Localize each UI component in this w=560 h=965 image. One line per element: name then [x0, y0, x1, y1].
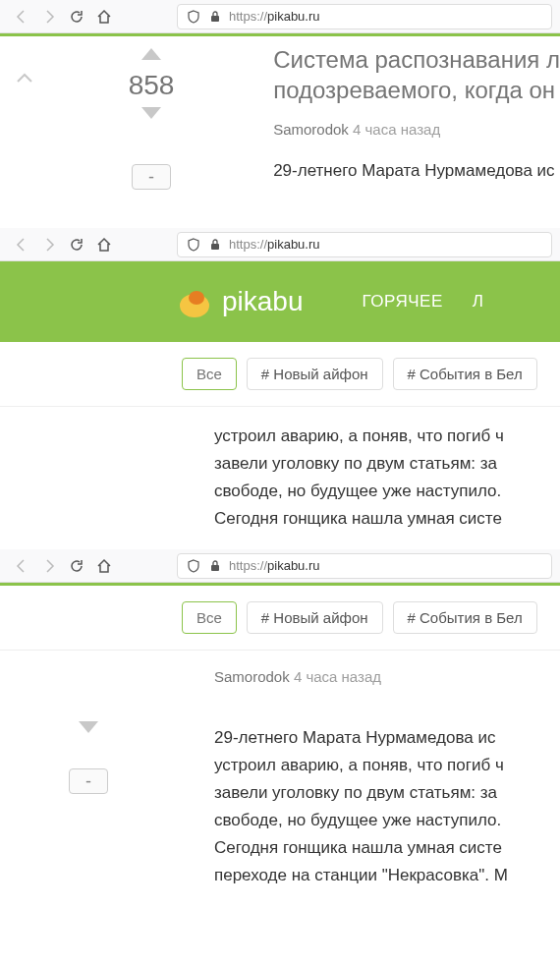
tag-all[interactable]: Все	[182, 601, 237, 634]
tags-bar: Все # Новый айфон # События в Бел	[0, 586, 560, 651]
post-time: 4 часа назад	[294, 668, 381, 685]
home-button[interactable]	[90, 231, 118, 258]
save-button[interactable]: -	[132, 164, 171, 190]
tags-bar: Все # Новый айфон # События в Бел	[0, 342, 560, 407]
logo-text: pikabu	[222, 286, 304, 317]
shield-icon	[186, 558, 201, 574]
post-author[interactable]: Samorodok	[214, 668, 290, 685]
post-author[interactable]: Samorodok	[273, 121, 349, 138]
reload-button[interactable]	[63, 3, 90, 30]
svg-point-3	[189, 291, 204, 305]
post-body: 29-летнего Марата Нурмамедова ис устроил…	[177, 705, 560, 889]
home-button[interactable]	[90, 552, 118, 580]
logo-icon	[177, 284, 212, 319]
downvote-button[interactable]	[140, 105, 163, 125]
upvote-button[interactable]	[140, 46, 163, 66]
reload-button[interactable]	[63, 552, 90, 580]
browser-section-1: https://pikabu.ru 858 - Система распозна…	[0, 0, 560, 228]
lock-icon	[207, 9, 223, 25]
collapse-arrow-icon[interactable]	[16, 71, 33, 88]
nav-l[interactable]: Л	[473, 292, 484, 312]
browser-toolbar: https://pikabu.ru	[0, 0, 560, 33]
post-meta: Samorodok 4 часа назад	[177, 651, 560, 685]
browser-toolbar: https://pikabu.ru	[0, 228, 560, 261]
post-title: Система распознавания лподозреваемого, к…	[273, 44, 560, 105]
tag-iphone[interactable]: # Новый айфон	[247, 601, 383, 634]
forward-button[interactable]	[35, 231, 63, 258]
lock-icon	[207, 558, 223, 574]
url-text: https://pikabu.ru	[229, 9, 320, 24]
url-bar[interactable]: https://pikabu.ru	[177, 232, 552, 257]
nav-hot[interactable]: ГОРЯЧЕЕ	[363, 292, 443, 312]
svg-rect-1	[211, 244, 219, 250]
back-button[interactable]	[8, 231, 35, 258]
lock-icon	[207, 237, 223, 253]
browser-section-2: https://pikabu.ru pikabu ГОРЯЧЕЕ Л Все #…	[0, 228, 560, 549]
back-button[interactable]	[8, 552, 35, 580]
url-bar[interactable]: https://pikabu.ru	[177, 4, 552, 29]
post-time: 4 часа назад	[353, 121, 440, 138]
site-header: pikabu ГОРЯЧЕЕ Л	[0, 261, 560, 342]
home-button[interactable]	[90, 3, 118, 30]
tag-belarus[interactable]: # События в Бел	[393, 358, 537, 390]
shield-icon	[186, 9, 201, 25]
browser-section-3: https://pikabu.ru Все # Новый айфон # Со…	[0, 549, 560, 889]
back-button[interactable]	[8, 3, 35, 30]
tag-belarus[interactable]: # События в Бел	[393, 601, 537, 634]
shield-icon	[186, 237, 201, 253]
vote-count: 858	[129, 70, 175, 101]
save-button[interactable]: -	[69, 768, 108, 794]
post-meta: Samorodok 4 часа назад	[273, 121, 560, 138]
forward-button[interactable]	[35, 552, 63, 580]
forward-button[interactable]	[35, 3, 63, 30]
svg-rect-4	[211, 565, 219, 571]
url-bar[interactable]: https://pikabu.ru	[177, 553, 552, 579]
url-text: https://pikabu.ru	[229, 558, 320, 573]
downvote-button[interactable]	[77, 719, 100, 739]
logo[interactable]: pikabu	[177, 284, 304, 319]
browser-toolbar: https://pikabu.ru	[0, 549, 560, 583]
post-body: 29-летнего Марата Нурмамедова ис	[273, 157, 560, 185]
url-text: https://pikabu.ru	[229, 237, 320, 252]
tag-all[interactable]: Все	[182, 358, 237, 390]
reload-button[interactable]	[63, 231, 90, 258]
post-body: устроил аварию, а поняв, что погиб ч зав…	[0, 407, 560, 549]
tag-iphone[interactable]: # Новый айфон	[247, 358, 383, 390]
svg-rect-0	[211, 16, 219, 22]
